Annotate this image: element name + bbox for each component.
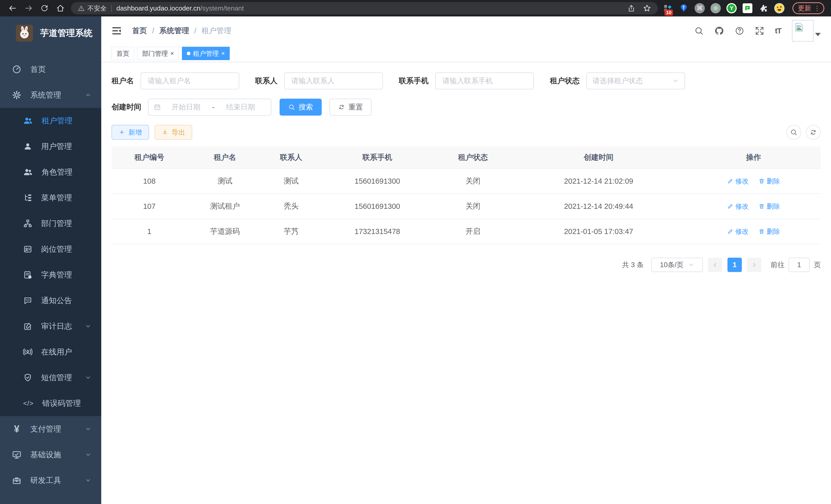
search-button[interactable]: 搜索 bbox=[280, 99, 322, 116]
omnibox-divider bbox=[111, 5, 112, 12]
start-date-placeholder[interactable]: 开始日期 bbox=[161, 102, 211, 112]
chevron-down-icon bbox=[85, 451, 91, 458]
sidebar-item-user[interactable]: 用户管理 bbox=[0, 134, 101, 159]
sidebar-item-audit-log[interactable]: 审计日志 bbox=[0, 314, 101, 339]
page-header: 首页 / 系统管理 / 租户管理 tT bbox=[101, 17, 831, 45]
address-bar[interactable]: 不安全 dashboard.yudao.iocoder.cn/system/te… bbox=[71, 2, 658, 14]
sidebar-item-home[interactable]: 首页 bbox=[0, 57, 101, 82]
col-actions: 操作 bbox=[686, 146, 821, 169]
help-icon[interactable] bbox=[735, 26, 744, 35]
app-title: 芋道管理系统 bbox=[40, 27, 92, 39]
sidebar-item-system[interactable]: 系统管理 bbox=[0, 82, 101, 108]
fullscreen-icon[interactable] bbox=[755, 26, 764, 35]
extension-chat-icon[interactable] bbox=[742, 3, 753, 13]
font-size-icon[interactable]: tT bbox=[775, 26, 781, 35]
delete-link[interactable]: 删除 bbox=[758, 202, 780, 211]
breadcrumb-system[interactable]: 系统管理 bbox=[159, 26, 189, 36]
browser-back-button[interactable] bbox=[5, 0, 21, 17]
tag-tenant[interactable]: 租户管理 × bbox=[182, 47, 230, 60]
sidebar-menu: 首页 系统管理 租户管理 用户管理 角色管理 bbox=[0, 50, 101, 493]
sidebar-item-role[interactable]: 角色管理 bbox=[0, 159, 101, 185]
export-button[interactable]: 导出 bbox=[155, 125, 192, 140]
extensions-puzzle-icon[interactable] bbox=[758, 3, 769, 13]
dashboard-icon bbox=[12, 64, 22, 74]
sidebar-item-dict[interactable]: 字典管理 bbox=[0, 262, 101, 288]
table-header-row: 租户编号 租户名 联系人 联系手机 租户状态 创建时间 操作 bbox=[112, 146, 821, 169]
end-date-placeholder[interactable]: 结束日期 bbox=[216, 102, 266, 112]
sidebar-item-menu[interactable]: 菜单管理 bbox=[0, 185, 101, 211]
tenant-name-input[interactable] bbox=[141, 72, 239, 89]
create-time-range-picker[interactable]: 开始日期 - 结束日期 bbox=[148, 99, 271, 116]
menu-tree-icon bbox=[23, 193, 32, 202]
sidebar-item-online-user[interactable]: 在线用户 bbox=[0, 339, 101, 365]
sidebar-item-dev-tools[interactable]: 研发工具 bbox=[0, 468, 101, 493]
toggle-search-button[interactable] bbox=[786, 125, 801, 140]
github-icon[interactable] bbox=[714, 26, 724, 36]
avatar[interactable] bbox=[792, 20, 813, 41]
close-icon[interactable]: × bbox=[170, 50, 174, 57]
user-menu[interactable] bbox=[792, 20, 821, 41]
extension-record-icon[interactable] bbox=[710, 3, 721, 13]
sidebar-collapse-icon[interactable] bbox=[112, 26, 122, 36]
browser-forward-button[interactable] bbox=[21, 0, 36, 17]
close-icon[interactable]: × bbox=[221, 50, 225, 57]
browser-reload-button[interactable] bbox=[36, 0, 52, 17]
share-icon[interactable] bbox=[628, 4, 635, 12]
browser-home-button[interactable] bbox=[52, 0, 68, 17]
breadcrumb-home[interactable]: 首页 bbox=[132, 26, 147, 36]
bookmark-star-icon[interactable] bbox=[643, 4, 651, 12]
sidebar-item-tenant[interactable]: 租户管理 bbox=[0, 108, 101, 134]
col-created: 创建时间 bbox=[511, 146, 686, 169]
security-label[interactable]: 不安全 bbox=[87, 4, 107, 12]
page-size-select[interactable]: 10条/页 bbox=[651, 258, 703, 272]
browser-menu-icon[interactable]: ⋮ bbox=[814, 4, 821, 12]
extension-yudao-icon[interactable]: Y bbox=[726, 3, 737, 13]
goto-page-input[interactable] bbox=[789, 258, 810, 272]
extension-grid-icon[interactable]: 10 bbox=[662, 3, 673, 13]
trash-icon bbox=[758, 228, 765, 235]
add-button[interactable]: 新增 bbox=[112, 125, 149, 140]
url-path: /system/tenant bbox=[200, 4, 244, 12]
browser-toolbar: 不安全 dashboard.yudao.iocoder.cn/system/te… bbox=[0, 0, 831, 17]
status-text: 关闭 bbox=[435, 194, 511, 219]
chevron-down-icon bbox=[688, 262, 694, 268]
page-number-1[interactable]: 1 bbox=[727, 258, 742, 272]
profile-avatar-icon[interactable] bbox=[774, 3, 785, 13]
edit-link[interactable]: 修改 bbox=[727, 227, 749, 236]
prev-page-button[interactable] bbox=[708, 258, 722, 272]
refresh-icon bbox=[810, 129, 817, 136]
sidebar-item-notice[interactable]: 通知公告 bbox=[0, 288, 101, 314]
tags-view-bar: 首页 部门管理 × 租户管理 × bbox=[101, 45, 831, 62]
contact-mobile-input[interactable] bbox=[435, 72, 534, 89]
sidebar-item-post[interactable]: 岗位管理 bbox=[0, 236, 101, 262]
tag-home[interactable]: 首页 bbox=[112, 47, 134, 60]
edit-link[interactable]: 修改 bbox=[727, 177, 749, 186]
header-search-icon[interactable] bbox=[694, 26, 704, 35]
chevron-down-icon bbox=[85, 374, 91, 381]
sidebar-item-pay[interactable]: ¥ 支付管理 bbox=[0, 416, 101, 442]
url-host: dashboard.yudao.iocoder.cn bbox=[116, 4, 200, 12]
sidebar-item-error-code[interactable]: </> 错误码管理 bbox=[0, 390, 101, 416]
sidebar-item-dept[interactable]: 部门管理 bbox=[0, 211, 101, 236]
announcement-icon bbox=[23, 296, 32, 305]
tenant-status-select[interactable]: 请选择租户状态 bbox=[586, 72, 685, 89]
extension-kite-icon[interactable] bbox=[678, 3, 689, 13]
extension-command-icon[interactable]: ⌘ bbox=[694, 3, 705, 13]
delete-link[interactable]: 删除 bbox=[758, 177, 780, 186]
contact-name-input[interactable] bbox=[284, 72, 383, 89]
code-icon: </> bbox=[23, 399, 34, 407]
plus-icon bbox=[119, 129, 125, 136]
tenant-status-label: 租户状态 bbox=[550, 76, 580, 86]
delete-link[interactable]: 删除 bbox=[758, 227, 780, 236]
browser-update-button[interactable]: 更新 ⋮ bbox=[793, 2, 824, 14]
refresh-table-button[interactable] bbox=[806, 125, 821, 140]
next-page-button[interactable] bbox=[747, 258, 762, 272]
online-user-icon bbox=[23, 347, 32, 357]
org-chart-icon bbox=[23, 219, 32, 228]
edit-link[interactable]: 修改 bbox=[727, 202, 749, 211]
trash-icon bbox=[758, 203, 765, 209]
sidebar-item-sms[interactable]: 短信管理 bbox=[0, 365, 101, 390]
reset-button[interactable]: 重置 bbox=[329, 99, 372, 116]
tag-dept[interactable]: 部门管理 × bbox=[137, 47, 179, 60]
sidebar-item-infra[interactable]: 基础设施 bbox=[0, 442, 101, 468]
